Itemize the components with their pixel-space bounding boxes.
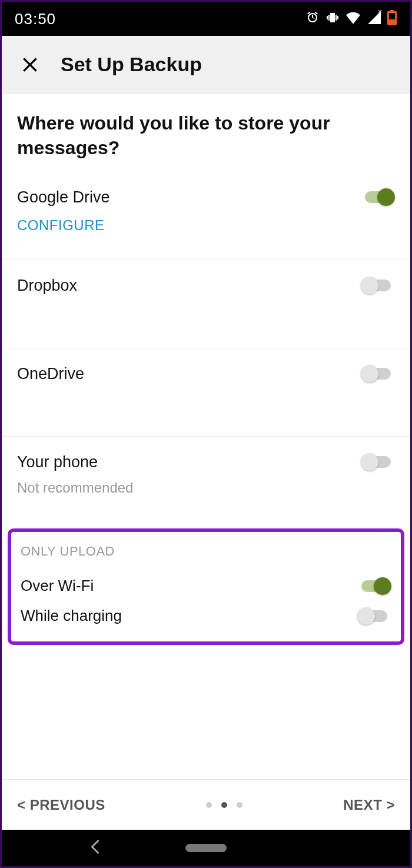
main-content: Where would you like to store your messa…: [2, 94, 410, 830]
back-icon[interactable]: [90, 839, 101, 857]
status-time: 03:50: [15, 10, 56, 28]
page-dot: [237, 802, 242, 808]
vibrate-icon: [325, 11, 340, 27]
close-icon: [21, 55, 39, 74]
option-subtext: Not recommended: [17, 480, 395, 496]
battery-icon: [387, 10, 397, 28]
question-heading: Where would you like to store your messa…: [2, 94, 410, 172]
page-dot: [206, 802, 212, 808]
upload-label: While charging: [21, 607, 122, 625]
option-label: Your phone: [17, 453, 395, 471]
status-icons: ×: [305, 10, 397, 28]
toggle-onedrive[interactable]: [361, 365, 395, 383]
app-header: Set Up Backup: [2, 36, 410, 94]
upload-label: Over Wi-Fi: [21, 577, 94, 595]
option-label: Dropbox: [17, 277, 395, 295]
option-label: Google Drive: [17, 188, 395, 207]
option-dropbox[interactable]: Dropbox: [2, 260, 410, 348]
wizard-footer: < PREVIOUS NEXT >: [2, 779, 410, 830]
option-your-phone[interactable]: Your phone Not recommended: [2, 437, 410, 525]
option-label: OneDrive: [17, 365, 395, 383]
option-google-drive[interactable]: Google Drive CONFIGURE: [2, 172, 410, 260]
page-title: Set Up Backup: [61, 53, 202, 76]
home-pill[interactable]: [185, 844, 227, 852]
configure-link[interactable]: CONFIGURE: [17, 217, 395, 234]
status-bar: 03:50 ×: [2, 2, 410, 36]
toggle-google-drive[interactable]: [361, 188, 395, 206]
upload-conditions-section: ONLY UPLOAD Over Wi-Fi While charging: [8, 528, 404, 645]
option-onedrive[interactable]: OneDrive: [2, 348, 410, 437]
close-button[interactable]: [14, 48, 46, 81]
android-nav-bar: [2, 830, 410, 866]
page-indicator: [206, 802, 242, 808]
svg-rect-1: [389, 19, 395, 24]
page-dot-active: [221, 802, 227, 808]
upload-row-charging[interactable]: While charging: [21, 601, 391, 631]
upload-row-wifi[interactable]: Over Wi-Fi: [21, 571, 391, 601]
cellular-icon: ×: [367, 11, 381, 26]
toggle-dropbox[interactable]: [361, 277, 395, 294]
toggle-wifi[interactable]: [357, 577, 391, 595]
wifi-icon: [345, 11, 361, 26]
section-label: ONLY UPLOAD: [21, 544, 391, 559]
toggle-your-phone[interactable]: [361, 453, 395, 471]
next-button[interactable]: NEXT >: [343, 797, 395, 813]
toggle-charging[interactable]: [357, 607, 391, 625]
previous-button[interactable]: < PREVIOUS: [17, 797, 105, 813]
alarm-icon: [305, 11, 320, 27]
